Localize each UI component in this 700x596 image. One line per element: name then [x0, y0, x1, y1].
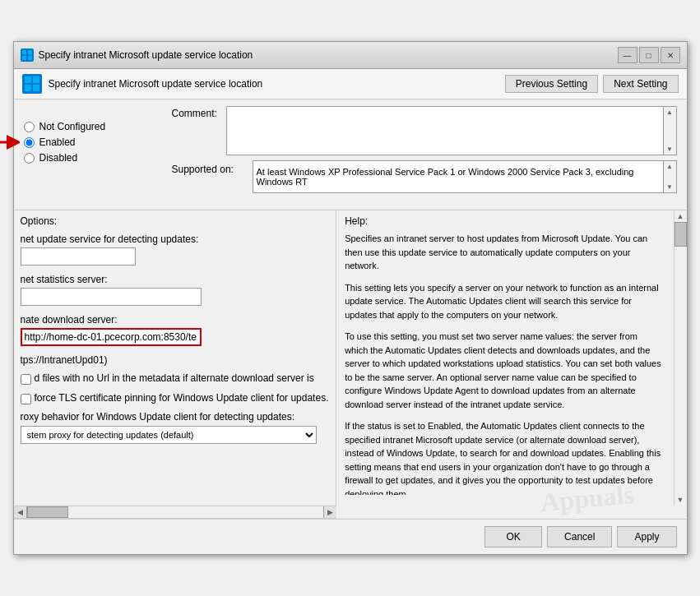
option-input-2[interactable] [21, 288, 202, 306]
apply-button[interactable]: Apply [617, 526, 676, 547]
svg-rect-6 [25, 85, 31, 91]
disabled-label[interactable]: Disabled [39, 152, 78, 164]
red-arrow-annotation [0, 134, 20, 150]
title-bar-controls: — □ ✕ [618, 47, 680, 63]
help-paragraph-1: Specifies an intranet server to host upd… [345, 232, 661, 273]
svg-rect-3 [28, 56, 32, 60]
supported-box-wrapper: At least Windows XP Professional Service… [253, 160, 677, 193]
svg-rect-2 [22, 56, 26, 60]
scroll-up-arrow[interactable]: ▲ [666, 107, 673, 118]
checkbox-label-1[interactable]: d files with no Url in the metadata if a… [35, 372, 314, 386]
help-scroll-thumb[interactable] [675, 222, 687, 247]
option-text-1: tps://IntranetUpd01) [21, 354, 330, 366]
hscroll-thumb[interactable] [27, 506, 68, 518]
next-setting-button[interactable]: Next Setting [603, 75, 678, 93]
help-paragraph-4: If the status is set to Enabled, the Aut… [345, 419, 661, 495]
help-panel: Help: Specifies an intranet server to ho… [336, 210, 686, 506]
hscroll-right[interactable]: ▶ [323, 506, 336, 518]
header-bar: Specify intranet Microsoft update servic… [14, 69, 687, 99]
hscroll-left[interactable]: ◀ [14, 506, 27, 518]
cancel-button[interactable]: Cancel [547, 526, 612, 547]
comment-section: Comment: ▲ ▼ [172, 106, 677, 155]
checkbox-label-2[interactable]: force TLS certificate pinning for Window… [35, 392, 329, 405]
help-title: Help: [345, 215, 678, 227]
option-input-3[interactable] [21, 328, 202, 346]
proxy-dropdown[interactable]: stem proxy for detecting updates (defaul… [21, 426, 317, 444]
dropdown-label: roxy behavior for Windows Update client … [21, 411, 330, 423]
footer: OK Cancel Apply [14, 519, 687, 554]
hscroll-track[interactable] [27, 506, 324, 518]
right-column: Comment: ▲ ▼ Supported on: At least Wind… [172, 106, 677, 201]
option-label-1: net update service for detecting updates… [21, 233, 330, 245]
scroll-down-arrow[interactable]: ▼ [666, 144, 673, 155]
disabled-row: Disabled [24, 152, 172, 164]
comment-label: Comment: [172, 106, 221, 155]
ok-button[interactable]: OK [484, 526, 542, 547]
comment-scrollbar: ▲ ▼ [664, 106, 677, 155]
checkbox-row-1: d files with no Url in the metadata if a… [21, 372, 330, 386]
supported-scroll-up[interactable]: ▲ [666, 161, 673, 172]
header-left: Specify intranet Microsoft update servic… [22, 74, 263, 94]
comment-box-wrapper: ▲ ▼ [226, 106, 677, 155]
title-bar: Specify intranet Microsoft update servic… [14, 42, 687, 69]
not-configured-label[interactable]: Not Configured [39, 121, 106, 132]
dropdown-wrapper: stem proxy for detecting updates (defaul… [21, 426, 330, 444]
window-icon [21, 49, 34, 62]
enabled-radio[interactable] [24, 137, 35, 148]
help-paragraph-3: To use this setting, you must set two se… [345, 330, 661, 411]
disabled-radio[interactable] [24, 153, 35, 164]
not-configured-row: Not Configured [24, 121, 172, 132]
supported-label: Supported on: [172, 160, 246, 175]
comment-textarea[interactable] [226, 106, 664, 155]
option-input-1[interactable] [21, 247, 136, 266]
maximize-button[interactable]: □ [639, 47, 659, 63]
checkbox-2[interactable] [21, 394, 31, 404]
header-buttons: Previous Setting Next Setting [505, 75, 679, 93]
window-title: Specify intranet Microsoft update servic… [39, 49, 253, 61]
options-title: Options: [21, 215, 330, 227]
help-scroll-down[interactable]: ▼ [675, 494, 687, 506]
not-configured-radio[interactable] [24, 122, 35, 132]
svg-rect-7 [33, 85, 39, 91]
supported-scrollbar: ▲ ▼ [664, 160, 677, 193]
two-column-section: Options: net update service for detectin… [14, 210, 687, 506]
main-window: Specify intranet Microsoft update servic… [13, 41, 688, 555]
checkbox-1[interactable] [21, 374, 31, 385]
header-title: Specify intranet Microsoft update servic… [49, 78, 263, 90]
radio-column: Not Configured Enabled [24, 106, 172, 201]
svg-rect-1 [28, 50, 32, 54]
title-bar-left: Specify intranet Microsoft update servic… [21, 49, 253, 62]
bottom-scrollbar: ◀ ▶ [14, 506, 337, 519]
svg-rect-4 [25, 76, 31, 83]
checkbox-row-2: force TLS certificate pinning for Window… [21, 392, 330, 405]
svg-rect-5 [33, 76, 39, 83]
help-scroll-up[interactable]: ▲ [675, 210, 687, 222]
supported-scroll-down[interactable]: ▼ [666, 182, 673, 192]
svg-rect-0 [22, 50, 26, 54]
close-button[interactable]: ✕ [661, 47, 680, 63]
minimize-button[interactable]: — [618, 47, 637, 63]
previous-setting-button[interactable]: Previous Setting [505, 75, 598, 93]
option-item-1: net update service for detecting updates… [21, 233, 330, 266]
enabled-label[interactable]: Enabled [39, 136, 76, 148]
option-item-2: net statistics server: [21, 274, 330, 306]
enabled-row: Enabled [24, 136, 172, 148]
help-scroll-track [675, 222, 687, 494]
option-label-3: nate download server: [21, 314, 330, 326]
help-text: Specifies an intranet server to host upd… [345, 232, 678, 495]
supported-text: At least Windows XP Professional Service… [253, 160, 664, 193]
help-scrollbar: ▲ ▼ [674, 210, 687, 506]
supported-section: Supported on: At least Windows XP Profes… [172, 160, 677, 193]
option-item-3: nate download server: [21, 314, 330, 346]
options-panel: Options: net update service for detectin… [14, 210, 337, 506]
header-icon [22, 74, 42, 94]
top-section: Not Configured Enabled [14, 99, 687, 208]
option-label-2: net statistics server: [21, 274, 330, 285]
help-paragraph-2: This setting lets you specify a server o… [345, 281, 661, 322]
